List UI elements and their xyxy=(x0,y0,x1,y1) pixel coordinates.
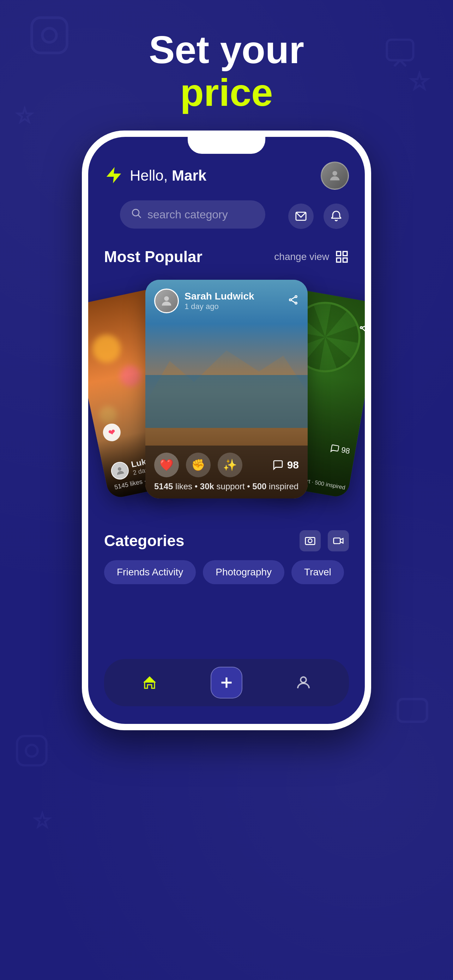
support-count: 30k xyxy=(200,482,214,491)
card-center-header: Sarah Ludwick 1 day ago xyxy=(154,289,299,313)
svg-line-18 xyxy=(362,325,365,328)
phone-notch xyxy=(188,137,265,154)
svg-rect-10 xyxy=(337,251,341,256)
svg-rect-13 xyxy=(343,258,347,262)
svg-point-7 xyxy=(132,209,139,216)
svg-line-25 xyxy=(291,300,295,303)
mail-button[interactable] xyxy=(288,204,314,229)
sparkle-button[interactable]: ✨ xyxy=(218,453,242,477)
video-mode-button[interactable] xyxy=(328,530,349,551)
card-right-comment-count: 98 xyxy=(340,445,351,456)
most-popular-title: Most Popular xyxy=(104,248,202,266)
svg-point-23 xyxy=(295,302,297,304)
most-popular-header: Most Popular change view xyxy=(88,243,365,273)
svg-point-6 xyxy=(332,171,337,176)
inspired-count: 500 xyxy=(252,482,266,491)
svg-rect-5 xyxy=(398,699,427,722)
svg-line-8 xyxy=(138,215,141,218)
svg-rect-12 xyxy=(337,258,341,262)
svg-point-21 xyxy=(295,296,297,298)
headline-line1: Set your xyxy=(0,28,453,71)
card-center-time: 1 day ago xyxy=(184,302,254,311)
logo-greeting-area: Hello, Mark xyxy=(104,165,207,186)
categories-header: Categories xyxy=(104,530,349,551)
card-sarah[interactable]: Sarah Ludwick 1 day ago xyxy=(145,280,308,498)
svg-point-14 xyxy=(118,467,122,471)
avatar[interactable] xyxy=(321,162,349,190)
category-photography[interactable]: Photography xyxy=(203,560,285,584)
svg-rect-3 xyxy=(17,736,46,765)
cards-area: ❤ Luke Mi... 2 days ago xyxy=(95,273,358,520)
svg-point-20 xyxy=(164,296,168,301)
reaction-row: ❤️ ✊ ✨ 98 xyxy=(154,453,299,477)
category-friends-activity[interactable]: Friends Activity xyxy=(104,560,196,584)
marketing-header: Set your price xyxy=(0,28,453,114)
phone-screen: Hello, Mark search category xyxy=(88,137,365,724)
likes-count: 5145 xyxy=(154,482,173,491)
svg-point-22 xyxy=(289,299,291,301)
headline-line2: price xyxy=(0,71,453,114)
top-right-icons xyxy=(288,204,349,229)
bottom-navigation xyxy=(104,659,349,706)
svg-line-24 xyxy=(291,297,295,299)
username-text: Mark xyxy=(172,167,207,184)
notification-button[interactable] xyxy=(324,204,349,229)
card-center-name: Sarah Ludwick xyxy=(184,291,254,302)
search-placeholder-text: search category xyxy=(148,208,228,221)
reaction-buttons: ❤️ ✊ ✨ xyxy=(154,453,242,477)
change-view-button[interactable]: change view xyxy=(274,250,349,264)
fist-button[interactable]: ✊ xyxy=(186,453,211,477)
svg-rect-28 xyxy=(334,538,340,544)
svg-point-27 xyxy=(308,539,312,543)
nav-home-button[interactable] xyxy=(141,674,158,691)
app-content: Hello, Mark search category xyxy=(88,137,365,724)
change-view-label: change view xyxy=(274,251,329,262)
search-icon xyxy=(130,207,142,221)
category-pills: Friends Activity Photography Travel Art xyxy=(104,560,349,584)
search-bar[interactable]: search category xyxy=(120,200,265,229)
categories-section: Categories Friends Activity Photog xyxy=(88,520,365,591)
card-center-water xyxy=(145,375,308,428)
categories-title: Categories xyxy=(104,532,184,550)
comment-number: 98 xyxy=(287,459,299,471)
svg-line-19 xyxy=(362,328,365,331)
card-center-share-button[interactable] xyxy=(288,294,299,308)
media-type-icons xyxy=(300,530,349,551)
card-left-avatar xyxy=(110,460,130,481)
comment-count: 98 xyxy=(272,459,299,471)
card-center-bottom: ❤️ ✊ ✨ 98 5145 likes • xyxy=(145,445,308,498)
card-center-user-info: Sarah Ludwick 1 day ago xyxy=(154,289,254,313)
stats-row: 5145 likes • 30k support • 500 inspired xyxy=(154,482,299,492)
svg-rect-11 xyxy=(343,251,347,256)
app-logo xyxy=(104,165,124,186)
photo-mode-button[interactable] xyxy=(300,530,321,551)
svg-point-31 xyxy=(300,677,306,682)
phone-outer-shell: Hello, Mark search category xyxy=(82,130,371,730)
like-button[interactable]: ❤️ xyxy=(154,453,179,477)
nav-add-button[interactable] xyxy=(211,667,242,698)
svg-point-4 xyxy=(26,745,37,756)
phone-mockup: Hello, Mark search category xyxy=(82,130,371,730)
nav-profile-button[interactable] xyxy=(295,674,312,691)
category-travel[interactable]: Travel xyxy=(291,560,344,584)
greeting-text: Hello, Mark xyxy=(130,167,207,184)
card-center-avatar xyxy=(154,289,179,313)
search-row: search category xyxy=(88,197,365,243)
